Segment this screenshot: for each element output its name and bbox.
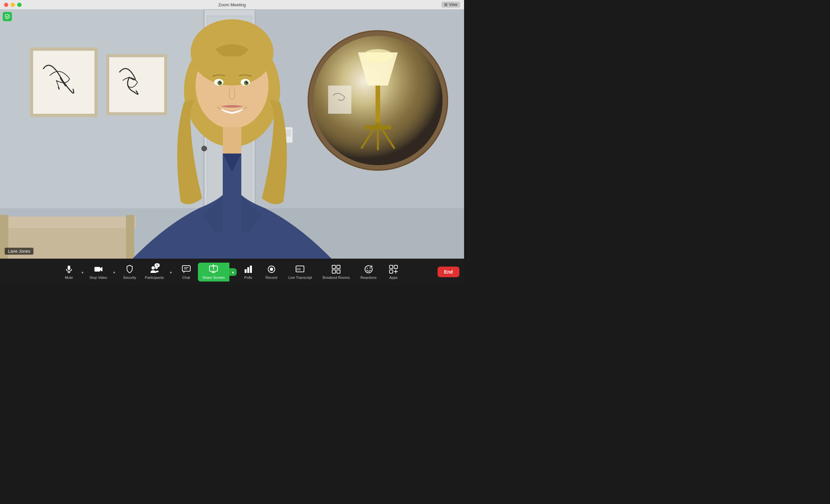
share-screen-label: Share Screen (202, 276, 225, 280)
reactions-button[interactable]: Reactions (355, 262, 382, 282)
mute-split-button: Mute ▲ (59, 262, 86, 282)
chevron-up-icon-3: ▲ (169, 270, 173, 274)
shield-check-icon (5, 14, 10, 19)
breakout-rooms-icon (331, 264, 341, 274)
maximize-button[interactable] (17, 3, 22, 7)
stop-video-label: Stop Video (90, 276, 107, 280)
minimize-button[interactable] (10, 3, 15, 7)
reactions-label: Reactions (360, 276, 377, 280)
titlebar: Zoom Meeting ⊞ View (0, 0, 464, 9)
svg-point-36 (221, 81, 222, 82)
microphone-icon (64, 264, 73, 274)
live-transcript-button[interactable]: CC Live Transcript (283, 262, 318, 282)
participants-split-button: 1 Participants ▲ (141, 262, 174, 282)
view-label: View (449, 2, 457, 7)
polls-icon (244, 264, 253, 274)
chevron-up-icon-4: ▲ (231, 270, 235, 274)
svg-rect-75 (389, 270, 393, 273)
live-transcript-icon: CC (295, 264, 305, 274)
view-button[interactable]: ⊞ View (442, 2, 460, 8)
security-label: Security (123, 276, 136, 280)
svg-rect-56 (245, 269, 247, 273)
apps-label: Apps (389, 276, 398, 280)
svg-rect-63 (332, 265, 336, 269)
svg-rect-57 (247, 267, 249, 273)
polls-button[interactable]: Polls (237, 262, 260, 282)
polls-label: Polls (244, 276, 252, 280)
reactions-icon (364, 264, 373, 274)
security-button[interactable]: Security (118, 262, 141, 282)
end-button[interactable]: End (438, 266, 459, 277)
security-badge-icon (3, 12, 12, 21)
security-icon (125, 264, 134, 274)
mute-button[interactable]: Mute (59, 262, 79, 282)
breakout-rooms-label: Breakout Rooms (322, 276, 350, 280)
share-screen-icon (209, 264, 218, 274)
svg-rect-73 (389, 265, 393, 269)
svg-rect-43 (68, 265, 70, 270)
svg-point-16 (363, 49, 393, 62)
chat-icon (182, 264, 191, 274)
camera-icon (94, 264, 103, 274)
toolbar: Mute ▲ Stop Video ▲ (0, 259, 464, 285)
svg-point-9 (201, 146, 207, 151)
live-transcript-label: Live Transcript (288, 276, 312, 280)
svg-rect-65 (332, 270, 336, 273)
window-title: Zoom Meeting (218, 2, 246, 7)
apps-button[interactable]: Apps (382, 262, 405, 282)
participants-expand-button[interactable]: ▲ (167, 268, 175, 276)
mute-label: Mute (65, 276, 73, 280)
svg-rect-24 (0, 217, 136, 228)
svg-point-47 (152, 266, 155, 270)
breakout-rooms-button[interactable]: Breakout Rooms (317, 262, 355, 282)
svg-rect-5 (108, 56, 166, 114)
mute-expand-button[interactable]: ▲ (79, 268, 86, 276)
svg-rect-74 (394, 265, 397, 269)
stop-video-expand-button[interactable]: ▲ (110, 268, 118, 276)
grid-icon: ⊞ (444, 2, 447, 7)
chevron-up-icon: ▲ (81, 270, 84, 274)
svg-point-60 (270, 267, 273, 271)
window-controls (4, 3, 22, 7)
chat-button[interactable]: Chat (175, 262, 198, 282)
svg-point-68 (366, 267, 368, 269)
svg-rect-46 (94, 267, 100, 272)
room-background (0, 9, 464, 259)
video-container: Lane Jones (0, 9, 464, 259)
svg-rect-17 (376, 86, 380, 125)
share-screen-split-button: Share Screen ▲ (198, 262, 237, 282)
participants-button[interactable]: 1 Participants (141, 262, 167, 282)
stop-video-button[interactable]: Stop Video (86, 262, 111, 282)
toolbar-items: Mute ▲ Stop Video ▲ (3, 262, 461, 282)
participant-name-label: Lane Jones (5, 248, 33, 255)
svg-point-37 (247, 81, 248, 82)
share-screen-button[interactable]: Share Screen (198, 262, 229, 282)
record-button[interactable]: Record (260, 262, 283, 282)
participants-icon: 1 (150, 264, 159, 274)
svg-rect-58 (250, 265, 252, 273)
svg-rect-49 (182, 265, 190, 271)
close-button[interactable] (4, 3, 8, 7)
svg-rect-64 (337, 265, 340, 269)
svg-rect-26 (126, 215, 134, 259)
chevron-up-icon-2: ▲ (113, 270, 116, 274)
svg-rect-66 (337, 270, 340, 273)
participants-count: 1 (155, 263, 160, 267)
svg-text:CC: CC (297, 267, 301, 271)
record-icon (267, 264, 276, 274)
apps-icon (389, 264, 398, 274)
record-label: Record (265, 276, 277, 280)
svg-rect-41 (223, 127, 241, 154)
participants-label: Participants (145, 276, 164, 280)
share-screen-expand-button[interactable]: ▲ (229, 268, 237, 276)
svg-rect-22 (328, 86, 351, 114)
stop-video-split-button: Stop Video ▲ (86, 262, 118, 282)
chat-label: Chat (182, 276, 190, 280)
